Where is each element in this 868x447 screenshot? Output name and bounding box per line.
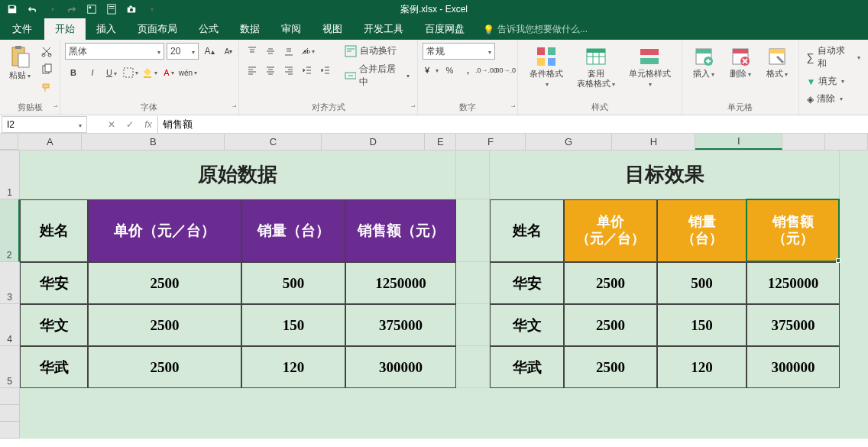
cell[interactable]: 销售额（元） [345,199,456,262]
row-header[interactable]: 4 [0,304,20,346]
cell-styles-button[interactable]: 单元格样式 [623,43,677,90]
cell[interactable] [456,262,490,304]
font-size-combo[interactable]: 20 [167,43,199,60]
paste-button[interactable]: 粘贴 [5,43,35,82]
column-header[interactable]: A [18,134,82,150]
cell[interactable]: 单价（元／台） [564,199,657,262]
cell[interactable]: 375000 [345,304,456,346]
font-color-button[interactable]: A [160,64,177,81]
copy-button[interactable] [38,61,55,78]
row-header[interactable] [0,405,20,422]
conditional-format-button[interactable]: 条件格式 [523,43,568,90]
cell[interactable]: 销量（台） [241,199,345,262]
column-header[interactable] [825,134,868,150]
cell[interactable]: 华文 [20,304,88,346]
worksheet-grid[interactable]: ABCDEFGHI 12345 原始数据姓名单价（元／台）销量（台）销售额（元）… [0,134,868,447]
tab-formula[interactable]: 公式 [188,18,229,40]
clipboard-launcher[interactable] [48,103,57,112]
number-launcher[interactable] [506,103,515,112]
insert-cells-button[interactable]: 插入 [687,43,721,80]
tab-baidu[interactable]: 百度网盘 [414,18,475,40]
save-icon[interactable] [5,2,20,17]
align-bottom-button[interactable] [280,43,297,60]
fill-color-button[interactable] [141,64,158,81]
cell[interactable]: 2500 [564,304,657,346]
row-header[interactable] [0,388,20,405]
cell[interactable]: 单价（元／台） [88,199,241,262]
cell[interactable]: 2500 [88,346,241,388]
cell[interactable]: 华安 [20,262,88,304]
enter-formula-button[interactable]: ✓ [121,116,139,133]
fx-button[interactable]: fx [139,116,157,133]
tab-file[interactable]: 文件 [0,18,44,40]
qat-customize[interactable] [144,2,159,17]
increase-font-button[interactable]: A▴ [201,43,218,60]
cell[interactable]: 2500 [88,262,241,304]
cell[interactable]: 375000 [747,304,840,346]
font-name-combo[interactable]: 黑体 [65,43,164,60]
cell[interactable] [456,199,490,262]
align-top-button[interactable] [244,43,261,60]
align-right-button[interactable] [280,62,297,79]
cell[interactable]: 500 [657,262,747,304]
column-header[interactable]: F [456,134,525,150]
align-middle-button[interactable] [262,43,279,60]
tab-insert[interactable]: 插入 [86,18,127,40]
row-header[interactable]: 5 [0,346,20,388]
row-header[interactable] [0,422,20,439]
format-table-button[interactable]: 套用 表格格式 [572,43,620,90]
cell[interactable]: 300000 [747,346,840,388]
row-header[interactable]: 1 [0,151,20,199]
cell[interactable]: 2500 [564,262,657,304]
cell[interactable]: 120 [657,346,747,388]
format-cells-button[interactable]: 格式 [760,43,794,80]
wrap-text-button[interactable]: 自动换行 [342,43,413,59]
cell[interactable] [456,304,490,346]
cell[interactable]: 150 [241,304,345,346]
decrease-indent-button[interactable] [299,62,316,79]
cell[interactable]: 300000 [345,346,456,388]
cell[interactable]: 120 [241,346,345,388]
cell[interactable]: 2500 [88,304,241,346]
column-header[interactable]: B [82,134,225,150]
percent-button[interactable]: % [441,62,458,79]
orientation-button[interactable]: ab [299,43,316,60]
qat-btn-1[interactable] [84,2,99,17]
cell[interactable]: 150 [657,304,747,346]
cell[interactable]: 姓名 [490,199,564,262]
cell[interactable]: 销量（台） [657,199,747,262]
alignment-launcher[interactable] [406,103,415,112]
italic-button[interactable]: I [84,64,101,81]
cell[interactable] [456,346,490,388]
tab-dev[interactable]: 开发工具 [353,18,414,40]
tab-layout[interactable]: 页面布局 [127,18,188,40]
cell[interactable]: 华文 [490,304,564,346]
increase-decimal-button[interactable]: .0→.00 [478,62,494,79]
increase-indent-button[interactable] [317,62,334,79]
cell[interactable]: 华安 [490,262,564,304]
redo-icon[interactable] [64,2,79,17]
accounting-format-button[interactable]: ¥ [423,62,439,79]
cell[interactable]: 1250000 [747,262,840,304]
column-header[interactable]: E [425,134,456,150]
fill-button[interactable]: ▼填充 [804,73,848,89]
border-button[interactable] [122,64,139,81]
tab-view[interactable]: 视图 [312,18,353,40]
align-center-button[interactable] [262,62,279,79]
underline-button[interactable]: U [103,64,120,81]
phonetic-button[interactable]: wén [180,64,196,81]
cell[interactable]: 华武 [20,346,88,388]
row-header[interactable]: 3 [0,262,20,304]
column-header[interactable]: D [322,134,425,150]
cell[interactable]: 500 [241,262,345,304]
autosum-button[interactable]: ∑自动求和 [804,43,863,72]
comma-button[interactable]: , [459,62,476,79]
cell[interactable]: 姓名 [20,199,88,262]
column-header[interactable]: H [612,134,695,150]
clear-button[interactable]: ◈清除 [804,91,846,107]
name-box[interactable]: I2 [2,116,87,133]
column-header[interactable]: C [225,134,322,150]
undo-icon[interactable] [24,2,40,17]
cell[interactable] [456,151,490,199]
column-header[interactable]: G [526,134,613,150]
